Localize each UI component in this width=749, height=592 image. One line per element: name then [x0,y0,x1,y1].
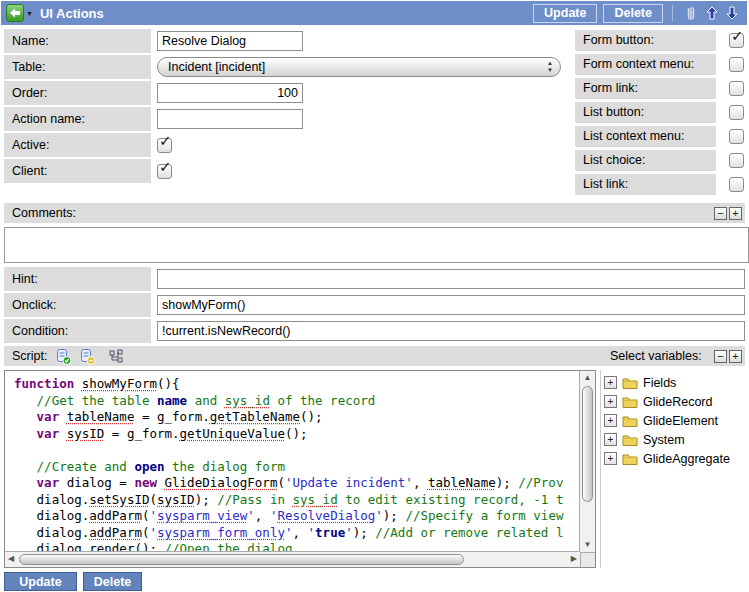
tree-item-label[interactable]: System [643,433,685,447]
expand-icon[interactable]: + [604,376,617,389]
checkbox[interactable] [729,57,744,72]
expand-icon[interactable]: + [729,207,742,220]
tree-item-fields: +Fields [604,373,747,392]
tree-item-glideelement: +GlideElement [604,411,747,430]
hint-input[interactable] [157,269,745,289]
select-stepper-icon: ▲▼ [542,59,558,75]
back-dropdown-caret-icon[interactable]: ▼ [26,10,33,17]
select-variables-label: Select variables: [610,349,702,363]
expand-icon[interactable]: + [604,414,617,427]
checkbox[interactable] [729,129,744,144]
back-arrow-icon [9,7,21,19]
footer-update-button[interactable]: Update [4,572,77,591]
script-check-icon[interactable] [55,348,72,365]
form-row-list-link: List link: [575,174,744,195]
action-name-label: Action name: [4,107,151,131]
folder-icon [622,434,638,446]
form-row-order: Order: [4,81,303,105]
client-checkbox[interactable]: ✓ [157,164,172,179]
tree-item-label[interactable]: Fields [643,376,676,390]
arrow-down-icon[interactable] [726,6,738,20]
tree-item-gliderecord: +GlideRecord [604,392,747,411]
tree-item-label[interactable]: GlideRecord [643,395,712,409]
tree-item-label[interactable]: GlideElement [643,414,718,428]
code-line: var sysID = g_form.getUniqueValue(); [14,426,580,443]
form-row-list-choice: List choice: [575,150,744,171]
code-line: //Create and open the dialog form [14,459,580,476]
page-title: UI Actions [40,6,104,21]
footer-delete-button[interactable]: Delete [83,572,142,591]
arrow-up-icon[interactable] [706,6,718,20]
code-line: dialog.addParm('sysparm_view', 'ResolveD… [14,508,580,525]
scroll-right-icon[interactable]: ▶ [571,555,577,563]
horizontal-scrollbar[interactable]: ◀ ▶ [5,551,580,567]
client-label: Client: [4,159,151,183]
scroll-up-icon[interactable]: ▲ [580,374,595,382]
comments-textarea[interactable] [4,227,749,263]
checkbox-label: List link: [575,174,716,195]
checkbox[interactable] [729,105,744,120]
form-row-hint: Hint: [4,267,745,291]
checkbox-label: List button: [575,102,716,123]
checkbox[interactable] [729,81,744,96]
header-divider [672,5,673,21]
script-code-area[interactable]: function showMyForm(){ //Get the table n… [5,371,580,552]
code-line: var tableName = g_form.getTableName(); [14,409,580,426]
form-row-active: Active: ✓ [4,133,172,157]
onclick-input[interactable] [157,295,745,315]
name-input[interactable] [157,31,303,51]
table-select[interactable]: Incident [incident] ▲▼ [157,57,561,77]
collapse-icon[interactable]: − [714,207,727,220]
code-line: dialog.setSysID(sysID); //Pass in sys_id… [14,492,580,509]
table-select-value: Incident [incident] [168,60,265,74]
script-edit-icon[interactable] [79,348,96,365]
expand-icon[interactable]: + [604,433,617,446]
header-delete-button[interactable]: Delete [603,4,663,23]
scroll-down-icon[interactable]: ▼ [580,541,595,549]
expand-icon[interactable]: + [604,395,617,408]
ui-actions-form-page: ▼ UI Actions Update Delete Name: Table: [0,0,749,592]
expand-icon[interactable]: + [729,350,742,363]
scroll-left-icon[interactable]: ◀ [8,555,14,563]
vertical-scrollbar[interactable]: ▲ ▼ [579,371,595,552]
horizontal-scrollbar-thumb[interactable] [19,554,464,565]
form-row-table: Table: Incident [incident] ▲▼ [4,55,561,79]
checkbox[interactable] [729,153,744,168]
form-row-client: Client: ✓ [4,159,172,183]
scrollbar-corner [580,552,595,567]
collapse-icon[interactable]: − [714,350,727,363]
checkmark-icon: ✓ [731,27,744,45]
active-checkbox[interactable]: ✓ [157,138,172,153]
expand-icon[interactable]: + [604,452,617,465]
code-line: dialog.addParm('sysparm_form_only', 'tru… [14,525,580,542]
action-name-input[interactable] [157,109,303,129]
form-row-list-context-menu: List context menu: [575,126,744,147]
checkmark-icon: ✓ [159,132,172,150]
form-row-form-context-menu: Form context menu: [575,54,744,75]
checkbox-label: Form link: [575,78,716,99]
form-row-action-name: Action name: [4,107,303,131]
code-line [14,442,580,459]
vertical-scrollbar-thumb[interactable] [582,386,593,502]
checkbox[interactable] [729,177,744,192]
tree-view-icon[interactable] [109,349,124,364]
form-row-form-button: Form button:✓ [575,30,744,51]
tree-item-label[interactable]: GlideAggregate [643,452,730,466]
script-label: Script: [12,349,47,363]
form-row-name: Name: [4,29,303,53]
script-editor: function showMyForm(){ //Get the table n… [4,370,596,568]
checkbox-label: Form context menu: [575,54,716,75]
code-line: //Get the table name and sys_id of the r… [14,393,580,410]
onclick-label: Onclick: [4,293,151,317]
hint-label: Hint: [4,267,151,291]
checkbox-label: List context menu: [575,126,716,147]
paperclip-icon[interactable] [684,5,698,22]
checkbox[interactable]: ✓ [729,33,744,48]
script-section-bar: Script: [4,346,745,366]
form-row-form-link: Form link: [575,78,744,99]
back-button[interactable] [6,4,24,22]
checkbox-label: List choice: [575,150,716,171]
order-input[interactable] [157,83,303,103]
header-update-button[interactable]: Update [533,4,597,23]
condition-input[interactable] [157,321,745,341]
